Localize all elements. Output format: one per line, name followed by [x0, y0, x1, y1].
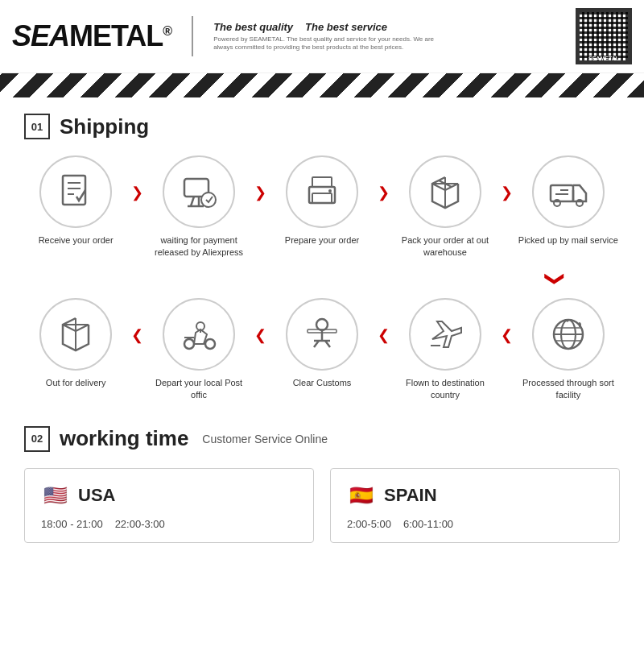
flow-item-delivery: Out for delivery: [24, 298, 127, 389]
flow-circle-depart: [163, 298, 235, 371]
country-card-usa: 🇺🇸 USA 18:00 - 21:00 22:00-3:00: [24, 468, 314, 543]
flow-circle-customs: [286, 298, 358, 371]
shipping-title: Shipping: [60, 114, 149, 139]
flow-item-sort: Processed through sort facility: [517, 298, 620, 402]
qr-code: SEAMETAL: [576, 8, 632, 64]
flow-circle-payment: [163, 155, 235, 228]
working-subtitle: Customer Service Online: [202, 433, 328, 445]
svg-point-24: [184, 339, 194, 349]
arrow-2: ❯: [250, 155, 270, 201]
flow-label-pickup: Picked up by mail service: [518, 234, 618, 246]
working-title: working time: [60, 426, 188, 451]
tagline-quality: The best quality: [213, 21, 293, 33]
flow-circle-prepare: [286, 155, 358, 228]
usa-name: USA: [78, 485, 115, 506]
spain-name: SPAIN: [384, 485, 437, 506]
flow-item-receive: Receive your order: [24, 155, 127, 246]
svg-point-10: [328, 189, 332, 193]
flow-item-depart: Depart your local Post offic: [147, 298, 250, 402]
logo-metal: METAL: [69, 19, 163, 52]
customs-icon: [303, 315, 341, 354]
qr-inner: [580, 12, 628, 60]
logo-divider: [192, 16, 193, 56]
down-arrow: ❯: [544, 226, 567, 331]
tagline-sub: Powered by SEAMETAL. The best quality an…: [213, 35, 455, 52]
spain-flag: 🇪🇸: [347, 481, 376, 510]
flow-label-pack: Pack your order at out warehouse: [394, 234, 497, 259]
shipping-number: 01: [24, 114, 50, 139]
box-icon: [56, 315, 95, 354]
shipping-header: 01 Shipping: [24, 114, 620, 139]
working-header: 02 working time Customer Service Online: [24, 426, 620, 452]
svg-line-22: [63, 325, 76, 331]
flow-circle-pack: [409, 155, 481, 228]
working-number: 02: [24, 426, 50, 452]
flow-circle-receive: [39, 155, 112, 228]
flow-label-delivery: Out for delivery: [46, 377, 106, 389]
payment-icon: [180, 172, 218, 211]
flow-row-1: Receive your order ❯ waiting for payment…: [24, 155, 620, 259]
flow-row-2: Out for delivery ❮ Depart your local Pos…: [24, 298, 620, 402]
flow-label-payment: waiting for payment released by Aliexpre…: [147, 234, 250, 259]
arrow-r2: ❮: [250, 298, 270, 344]
flow-item-pack: Pack your order at out warehouse: [394, 155, 497, 259]
flow-label-depart: Depart your local Post offic: [147, 377, 250, 402]
arrow-1: ❯: [127, 155, 147, 201]
flow-item-flight: Flown to destination country: [394, 298, 497, 402]
usa-times: 18:00 - 21:00 22:00-3:00: [41, 518, 297, 530]
svg-line-23: [76, 325, 89, 331]
svg-point-25: [205, 339, 215, 349]
logo-area: SEAMETAL® The best quality The best serv…: [12, 16, 455, 56]
flow-item-customs: Clear Customs: [270, 298, 374, 389]
svg-point-6: [201, 193, 216, 207]
flow-label-flight: Flown to destination country: [394, 377, 497, 402]
country-cards: 🇺🇸 USA 18:00 - 21:00 22:00-3:00 🇪🇸 SPAIN…: [24, 468, 620, 543]
printer-icon: [303, 172, 341, 211]
country-card-spain: 🇪🇸 SPAIN 2:00-5:00 6:00-11:00: [330, 468, 620, 543]
logo: SEAMETAL®: [12, 19, 171, 53]
logo-reg: ®: [163, 24, 171, 38]
checklist-icon: [56, 172, 95, 211]
arrow-3: ❯: [374, 155, 394, 201]
flow-item-pickup: Picked up by mail service: [517, 155, 620, 246]
plane-icon: [426, 315, 464, 354]
flow-item-payment: waiting for payment released by Aliexpre…: [147, 155, 250, 259]
header: SEAMETAL® The best quality The best serv…: [0, 0, 644, 73]
spain-time-1: 2:00-5:00: [347, 518, 391, 530]
stripe-banner: [0, 73, 644, 97]
truck-icon: [549, 172, 588, 211]
scooter-icon: [180, 315, 218, 354]
usa-time-1: 18:00 - 21:00: [41, 518, 103, 530]
usa-header: 🇺🇸 USA: [41, 481, 297, 510]
flow-item-prepare: Prepare your order: [270, 155, 374, 246]
flow-label-prepare: Prepare your order: [285, 234, 359, 246]
flow-label-customs: Clear Customs: [293, 377, 352, 389]
svg-rect-0: [63, 176, 85, 205]
flow-circle-pickup: [532, 155, 605, 228]
shipping-section: 01 Shipping Receive your order ❯: [0, 97, 644, 418]
working-section: 02 working time Customer Service Online …: [0, 418, 644, 559]
logo-sea: SEA: [12, 19, 69, 52]
spain-header: 🇪🇸 SPAIN: [347, 481, 603, 510]
qr-label: SEAMETAL: [588, 56, 619, 61]
svg-line-12: [432, 184, 445, 190]
flow-label-sort: Processed through sort facility: [517, 377, 620, 402]
shipping-flow: Receive your order ❯ waiting for payment…: [24, 155, 620, 402]
arrow-r4: ❮: [497, 298, 517, 344]
flow-circle-flight: [409, 298, 481, 371]
svg-point-28: [316, 319, 328, 330]
tagline-service: The best service: [305, 21, 387, 33]
tagline-main: The best quality The best service: [213, 21, 455, 33]
down-arrow-row: ❯: [24, 267, 620, 290]
logo-tagline: The best quality The best service Powere…: [213, 21, 455, 52]
spain-times: 2:00-5:00 6:00-11:00: [347, 518, 603, 530]
arrow-r1: ❮: [127, 298, 147, 344]
usa-time-2: 22:00-3:00: [115, 518, 165, 530]
svg-rect-8: [312, 193, 332, 203]
spain-time-2: 6:00-11:00: [403, 518, 453, 530]
svg-rect-9: [312, 177, 332, 187]
flow-circle-sort: [532, 298, 605, 371]
flow-circle-delivery: [39, 298, 112, 371]
arrow-4: ❯: [497, 155, 517, 201]
package-icon: [426, 172, 464, 211]
